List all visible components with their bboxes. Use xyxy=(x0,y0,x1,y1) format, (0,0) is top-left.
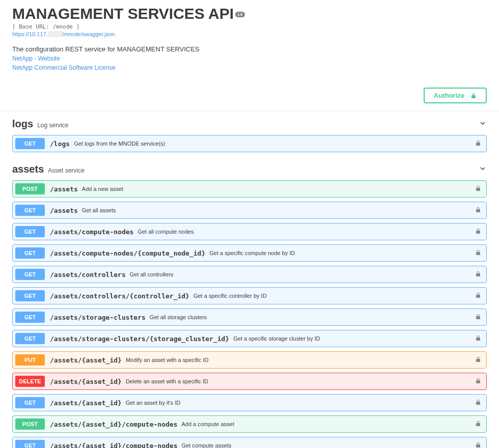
operation-row[interactable]: DELETE/assets/{asset_id}Delete an asset … xyxy=(12,373,487,390)
method-badge: GET xyxy=(15,397,45,408)
operation-summary: Get a specific storage cluster by ID xyxy=(233,335,320,342)
operation-path: /assets/{asset_id} xyxy=(50,356,122,364)
method-badge: GET xyxy=(15,333,45,344)
operation-lock[interactable] xyxy=(475,442,481,449)
operation-summary: Get logs from the MNODE service(s) xyxy=(74,141,165,147)
api-description: The configuration REST service for MANAG… xyxy=(12,45,499,53)
lock-icon xyxy=(475,228,481,234)
section-name: logs xyxy=(12,118,33,130)
operation-row[interactable]: GET/assets/{asset_id}/compute-nodesGet c… xyxy=(12,437,487,448)
operation-summary: Get an asset by it's ID xyxy=(126,400,180,406)
operation-lock[interactable] xyxy=(475,271,481,278)
license-link[interactable]: NetApp Commercial Software License xyxy=(12,64,499,71)
lock-icon xyxy=(475,185,481,191)
operation-row[interactable]: GET/assets/controllersGet all controller… xyxy=(12,266,487,283)
lock-icon xyxy=(475,335,481,341)
lock-icon xyxy=(475,140,481,146)
section-header-assets[interactable]: assetsAsset service xyxy=(12,156,487,180)
lock-icon xyxy=(475,314,481,320)
operation-row[interactable]: GET/assets/storage-clustersGet all stora… xyxy=(12,309,487,326)
api-header: MANAGEMENT SERVICES API 1.0 [ Base URL: … xyxy=(0,0,499,81)
chevron-down-icon xyxy=(479,119,487,127)
method-badge: GET xyxy=(15,138,45,149)
operation-lock[interactable] xyxy=(475,185,481,193)
operation-lock[interactable] xyxy=(475,335,481,343)
operation-row[interactable]: GET/assets/controllers/{controller_id}Ge… xyxy=(12,287,487,304)
method-badge: DELETE xyxy=(15,376,45,387)
authorize-label: Authorize xyxy=(434,92,464,99)
lock-icon xyxy=(475,249,481,256)
operation-lock[interactable] xyxy=(475,292,481,300)
section-name: assets xyxy=(12,163,44,175)
operation-path: /assets/{asset_id} xyxy=(50,399,122,407)
method-badge: POST xyxy=(15,183,45,194)
api-title: MANAGEMENT SERVICES API xyxy=(12,5,234,22)
operation-path: /assets/{asset_id}/compute-nodes xyxy=(50,442,177,449)
operation-lock[interactable] xyxy=(475,207,481,214)
operation-path: /assets/storage-clusters xyxy=(50,314,146,321)
operation-lock[interactable] xyxy=(475,140,481,148)
lock-icon xyxy=(475,421,481,427)
lock-icon xyxy=(475,292,481,298)
operation-path: /assets/controllers xyxy=(50,271,126,278)
operation-row[interactable]: GET/assets/{asset_id}Get an asset by it'… xyxy=(12,394,487,411)
swagger-json-link[interactable]: https://10.117. /mnode/swagger.json xyxy=(12,31,499,37)
operation-summary: Get all controllers xyxy=(130,271,174,277)
operation-summary: Get all compute nodes xyxy=(137,229,193,235)
lock-icon xyxy=(475,378,481,384)
operation-row[interactable]: GET/assetsGet all assets xyxy=(12,202,487,219)
section-toggle[interactable] xyxy=(479,164,487,175)
operation-row[interactable]: GET/assets/compute-nodesGet all compute … xyxy=(12,223,487,240)
operation-path: /logs xyxy=(50,140,70,148)
operation-row[interactable]: GET/assets/storage-clusters/{storage_clu… xyxy=(12,330,487,347)
operation-summary: Add a compute asset xyxy=(181,421,234,427)
operation-summary: Delete an asset with a specific ID xyxy=(126,378,208,384)
operation-row[interactable]: POST/assetsAdd a new asset xyxy=(12,180,487,198)
operation-summary: Get all storage clusters xyxy=(150,314,207,320)
lock-icon xyxy=(475,207,481,213)
lock-icon xyxy=(470,93,477,99)
operation-summary: Add a new asset xyxy=(82,186,123,192)
website-link[interactable]: NetApp - Website xyxy=(12,55,499,62)
operation-row[interactable]: PUT/assets/{asset_id}Modify an asset wit… xyxy=(12,351,487,369)
version-badge: 1.0 xyxy=(235,12,245,17)
operation-path: /assets/controllers/{controller_id} xyxy=(50,292,189,300)
method-badge: PUT xyxy=(15,354,45,366)
operation-lock[interactable] xyxy=(475,228,481,236)
operation-lock[interactable] xyxy=(475,314,481,321)
section-toggle[interactable] xyxy=(479,119,487,129)
method-badge: POST xyxy=(15,418,45,430)
method-badge: GET xyxy=(15,247,45,259)
lock-icon xyxy=(475,399,481,405)
lock-icon xyxy=(475,442,481,448)
operation-row[interactable]: GET/assets/compute-nodes/{compute_node_i… xyxy=(12,244,487,262)
operation-path: /assets xyxy=(50,207,78,214)
operation-row[interactable]: POST/assets/{asset_id}/compute-nodesAdd … xyxy=(12,415,487,433)
operation-lock[interactable] xyxy=(475,249,481,257)
operation-summary: Get all assets xyxy=(82,207,116,213)
operation-path: /assets xyxy=(50,185,78,193)
operation-row[interactable]: GET/logsGet logs from the MNODE service(… xyxy=(12,135,487,152)
lock-icon xyxy=(475,356,481,362)
operation-lock[interactable] xyxy=(475,399,481,407)
operation-path: /assets/storage-clusters/{storage_cluste… xyxy=(50,335,229,343)
method-badge: GET xyxy=(15,440,45,448)
operation-lock[interactable] xyxy=(475,356,481,364)
operation-summary: Get a specific controller by ID xyxy=(193,293,267,299)
operation-lock[interactable] xyxy=(475,378,481,385)
section-desc: Log service xyxy=(37,122,68,129)
section-header-logs[interactable]: logsLog service xyxy=(12,111,487,135)
operation-path: /assets/{asset_id} xyxy=(50,378,122,385)
auth-row: Authorize xyxy=(0,81,499,111)
section-desc: Asset service xyxy=(48,167,84,174)
operation-path: /assets/{asset_id}/compute-nodes xyxy=(50,421,177,428)
lock-icon xyxy=(475,271,481,277)
authorize-button[interactable]: Authorize xyxy=(424,88,487,103)
operation-lock[interactable] xyxy=(475,421,481,428)
method-badge: GET xyxy=(15,312,45,323)
chevron-down-icon xyxy=(479,164,487,173)
method-badge: GET xyxy=(15,290,45,301)
operation-path: /assets/compute-nodes xyxy=(50,228,133,236)
method-badge: GET xyxy=(15,226,45,237)
operation-summary: Modify an asset with a specific ID xyxy=(126,357,209,363)
